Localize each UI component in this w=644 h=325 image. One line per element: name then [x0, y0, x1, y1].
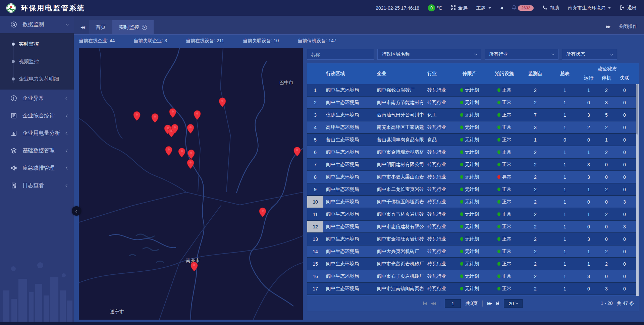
table-row[interactable]: 9阆中生态环境局阆中市二龙长宝页岩砖砖瓦行业无计划正常21120: [307, 183, 639, 196]
close-operations-button[interactable]: 关闭操作: [619, 23, 637, 30]
sidebar-item-power-usage-analysis[interactable]: 企业用电量分析: [0, 124, 74, 142]
cell-company: 阆中大兴页岩机砖厂: [374, 246, 425, 257]
cell-lost: 0: [615, 246, 634, 257]
stat-item: 当前失联企业: 3: [133, 38, 167, 44]
sidebar-item-data-monitoring[interactable]: 数据监测: [0, 16, 74, 33]
cell-pollution-facility: 正常: [488, 246, 521, 257]
mute-icon[interactable]: ◀: [500, 6, 503, 10]
map-pin-icon[interactable]: [194, 110, 201, 120]
table-row[interactable]: 1阆中生态环境局阆中强锐页岩砖厂砖瓦行业无计划正常21120: [307, 84, 639, 97]
help-button[interactable]: 帮助: [542, 5, 559, 11]
table-row[interactable]: 12阆中生态环境局阆中市忠信建材有限公砖瓦行业无计划正常21003: [307, 221, 639, 233]
map-pin-icon[interactable]: [133, 111, 141, 121]
fullscreen-button[interactable]: 全屏: [451, 5, 468, 11]
org-dropdown[interactable]: 南充市生态环境局: [568, 5, 611, 11]
map-pin-icon[interactable]: [187, 159, 194, 169]
cell-total-meters: 1: [550, 97, 580, 108]
status-dot-icon: [497, 200, 500, 204]
record-total-label: 共 47 条: [617, 301, 634, 307]
name-search-input[interactable]: [307, 49, 374, 60]
pagination-first-button[interactable]: ◀: [423, 301, 426, 306]
collapse-sidebar-toggle[interactable]: [72, 206, 81, 216]
map-pin-icon[interactable]: [191, 262, 198, 272]
map-pin-icon[interactable]: [259, 207, 266, 217]
notifications-button[interactable]: 2632: [512, 5, 534, 11]
status-dot-icon: [497, 274, 500, 278]
status-select[interactable]: 所有状态: [562, 49, 617, 60]
map-panel[interactable]: 巴中市南充市遂宁市: [79, 48, 303, 320]
page-size-select[interactable]: 20: [504, 299, 523, 308]
sidebar-subitem-label: 企业电力负荷明细: [19, 76, 59, 82]
table-row[interactable]: 17阆中生态环境局阆中市江南镇阆南页岩砖瓦行业无计划正常21030: [307, 283, 639, 295]
tabs-scroll-right-icon[interactable]: ▶▶: [606, 24, 610, 29]
status-dot-icon: [497, 225, 500, 228]
column-header-points: 监测点: [521, 63, 550, 84]
map-pin-icon[interactable]: [219, 97, 226, 107]
industry-select[interactable]: 所有行业: [485, 49, 558, 60]
map-pin-icon[interactable]: [171, 124, 178, 134]
status-dot-icon: [460, 262, 463, 266]
map-pin-icon[interactable]: [293, 147, 301, 157]
cell-monitor-points: 1: [521, 134, 550, 146]
table-row[interactable]: 8阆中生态环境局阆中市枣碧大梁山页岩砖瓦行业无计划异常21300: [307, 171, 639, 183]
pagination-prev-button[interactable]: ◀◀: [431, 301, 435, 306]
region-select[interactable]: 行政区域名称: [377, 49, 481, 60]
table-row[interactable]: 2阆中生态环境局阆中市南方节能建材有砖瓦行业无计划正常21030: [307, 97, 639, 109]
table-row[interactable]: 10阆中生态环境局阆中千佛镇五郎垭页岩砖瓦行业无计划正常21003: [307, 196, 639, 208]
cell-production-limit: 无计划: [451, 233, 488, 245]
bullet-dot-icon: [12, 77, 15, 80]
table-row[interactable]: 15阆中生态环境局阆中市光富页岩机砖厂砖瓦行业无计划正常21120: [307, 258, 639, 270]
map-pin-icon[interactable]: [187, 124, 194, 134]
map-pin-icon[interactable]: [169, 108, 176, 118]
sidebar-subitem-realtime-monitoring[interactable]: 实时监控: [0, 35, 74, 53]
facility-status-label: 正常: [502, 199, 512, 205]
map-pin-icon[interactable]: [165, 146, 172, 156]
tab-close-icon[interactable]: ✕: [142, 25, 147, 30]
cell-production-limit: 无计划: [451, 246, 488, 257]
map-pin-icon[interactable]: [187, 149, 195, 159]
status-dot-icon: [497, 212, 500, 216]
sidebar-item-emergency-reduction[interactable]: 应急减排管理: [0, 159, 74, 177]
table-row[interactable]: 7阆中生态环境局阆中明阳建材有限公司砖瓦行业无计划正常21300: [307, 159, 639, 171]
pagination-last-button[interactable]: ▶: [496, 301, 499, 306]
chart-icon: [10, 129, 17, 137]
facility-status-label: 正常: [502, 224, 512, 230]
sidebar-item-basic-data-management[interactable]: 基础数据管理: [0, 142, 74, 159]
megaphone-icon: [10, 164, 17, 172]
cell-stopped: 0: [598, 159, 615, 170]
map-pin-icon[interactable]: [151, 113, 159, 123]
status-dot-icon: [460, 150, 463, 154]
cell-total-meters: 1: [550, 196, 580, 208]
tab-home[interactable]: 首页: [89, 20, 112, 34]
sidebar-item-enterprise-abnormal[interactable]: 企业异常: [0, 90, 74, 107]
table-row[interactable]: 14阆中生态环境局阆中大兴页岩机砖厂砖瓦行业无计划正常21120: [307, 246, 639, 258]
chevron-down-icon: [66, 22, 69, 26]
sidebar-subitem-power-load-detail[interactable]: 企业电力负荷明细: [0, 70, 74, 88]
table-row[interactable]: 3仪陇生态环境局西南油气田分公司川中化工无计划正常71350: [307, 109, 639, 121]
tab-label: 实时监控: [119, 24, 139, 31]
map-pin-icon[interactable]: [178, 148, 185, 158]
table-scrollbar[interactable]: [636, 84, 639, 296]
table-row[interactable]: 13阆中生态环境局阆中市金福旺页岩机砖砖瓦行业无计划正常21300: [307, 233, 639, 246]
page-number-input[interactable]: [445, 299, 461, 308]
theme-dropdown[interactable]: 主题: [476, 5, 491, 11]
table-row[interactable]: 5营山生态环境局营山县润丰肉食品有限食品无计划正常10010: [307, 134, 639, 146]
table-row[interactable]: 11阆中生态环境局阆中市五马桥页岩机砖砖瓦行业无计划正常21120: [307, 208, 639, 221]
facility-status-label: 正常: [502, 162, 512, 168]
column-header-facility: 治污设施: [488, 63, 521, 84]
tab-realtime[interactable]: 实时监控✕: [112, 20, 154, 34]
logout-button[interactable]: 退出: [620, 5, 637, 11]
tabs-scroll-left-icon[interactable]: ◀◀: [80, 25, 84, 30]
pagination-next-button[interactable]: ▶▶: [487, 301, 492, 306]
table-row[interactable]: 6阆中生态环境局阆中市金博瑞新型墙材砖瓦行业无计划正常21120: [307, 146, 639, 159]
map-city-label: 遂宁市: [110, 309, 124, 315]
sidebar-item-label: 数据监测: [22, 21, 61, 28]
cell-monitor-points: 2: [521, 159, 550, 170]
sidebar-item-enterprise-statistics[interactable]: 企业综合统计: [0, 107, 74, 124]
table-row[interactable]: 16阆中生态环境局阆中市石子页岩机砖厂砖瓦行业无计划正常21300: [307, 270, 639, 283]
chevron-down-icon: [516, 302, 518, 304]
table-row[interactable]: 4高坪生态环境局南充市高坪区王家店建砖瓦行业无计划正常31220: [307, 121, 639, 134]
sidebar-subitem-video-monitoring[interactable]: 视频监控: [0, 53, 74, 70]
sidebar-item-log-view[interactable]: 日志查看: [0, 177, 74, 194]
scrollbar-thumb[interactable]: [636, 84, 638, 134]
